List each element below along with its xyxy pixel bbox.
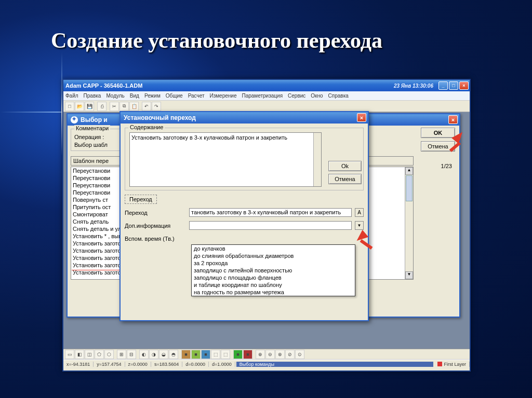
tool-icon[interactable]: ⬚	[221, 350, 230, 359]
dlg2-cancel-button[interactable]: Отмена	[328, 174, 362, 184]
tool-icon[interactable]: ⊞	[117, 350, 126, 359]
menu-item[interactable]: Окно	[311, 93, 323, 99]
tool-icon[interactable]: ■	[233, 350, 243, 359]
layer-color-icon	[437, 362, 442, 366]
menu-item[interactable]: Измерение	[209, 93, 236, 99]
dlg1-title-text: Выбор и	[81, 116, 108, 123]
tool-icon[interactable]: ⬠	[95, 350, 104, 359]
status-x: x=-94.3181	[63, 362, 94, 367]
app-close-button[interactable]: ×	[459, 81, 469, 90]
dropdown-option[interactable]: на годность по размерам чертежа	[192, 289, 355, 296]
dlg2-title-text: Установочный переход	[124, 114, 196, 121]
dlg2-close-button[interactable]: ×	[357, 113, 366, 122]
tool-icon[interactable]: ◧	[75, 350, 84, 359]
dropdown-button[interactable]: ▼	[355, 221, 364, 230]
aux-time-label: Вспом. время (Тв.)	[125, 236, 186, 242]
ok-button[interactable]: OK	[421, 128, 455, 138]
menu-item[interactable]: Режим	[144, 93, 161, 99]
template-select-label: Выбор шабл	[74, 142, 116, 148]
menu-item[interactable]: Модуль	[106, 93, 124, 99]
transition-dialog: Установочный переход × Установить загото…	[119, 111, 369, 321]
tool-print-icon[interactable]: ⎙	[97, 102, 107, 111]
dropdown-option[interactable]: до кулачков	[192, 245, 355, 252]
tool-icon[interactable]: ■	[191, 350, 201, 359]
dropdown-option[interactable]: заподлицо с площадью фланцев	[192, 274, 355, 281]
dlg1-close-button[interactable]: ×	[448, 115, 458, 124]
app-window: Adam CAPP - 365460-1.ADM 23 Янв 13:30:06…	[62, 79, 471, 372]
app-time: 23 Янв 13:30:06	[394, 83, 433, 89]
tool-icon[interactable]: ⊕	[256, 350, 265, 359]
tool-icon[interactable]: ◓	[169, 350, 178, 359]
status-s: s=183.5604	[151, 362, 182, 367]
tool-icon[interactable]: ⬚	[211, 350, 220, 359]
textarea-scrollbar[interactable]	[313, 133, 321, 186]
dropdown-option[interactable]: до слияния обработанных диаметров	[192, 252, 355, 259]
menu-item[interactable]: Файл	[65, 93, 78, 99]
menu-bar: Файл Правка Модуль Вид Режим Общие Расче…	[63, 91, 470, 101]
tool-icon[interactable]: ⊗	[275, 350, 285, 359]
tab-transition[interactable]: Переход	[125, 195, 157, 204]
tool-icon[interactable]: ◑	[149, 350, 158, 359]
tool-icon[interactable]: ⊟	[127, 350, 136, 359]
dlg2-ok-button[interactable]: Ok	[328, 161, 362, 171]
tool-icon[interactable]: ⊘	[285, 350, 295, 359]
scrollbar[interactable]: ▲ ▼	[405, 167, 413, 279]
transition-label: Переход	[125, 210, 186, 216]
dropdown-option[interactable]: заподлицо с литейной поверхностью	[192, 267, 355, 274]
additional-info-input[interactable]	[189, 221, 352, 230]
additional-info-dropdown[interactable]: до кулачковдо слияния обработанных диаме…	[191, 244, 355, 296]
minimize-button[interactable]: _	[438, 81, 448, 90]
tool-icon[interactable]: ⊖	[265, 350, 275, 359]
tool-redo-icon[interactable]: ↷	[152, 102, 161, 111]
menu-item[interactable]: Параметризация	[242, 93, 283, 99]
tool-paste-icon[interactable]: 📋	[129, 102, 139, 111]
tool-copy-icon[interactable]: ⧉	[119, 102, 129, 111]
tool-cut-icon[interactable]: ✂	[110, 102, 119, 111]
app-titlebar: Adam CAPP - 365460-1.ADM 23 Янв 13:30:06…	[63, 80, 470, 91]
tool-icon[interactable]: ⊙	[295, 350, 304, 359]
menu-item[interactable]: Правка	[84, 93, 101, 99]
tool-save-icon[interactable]: 💾	[85, 102, 94, 111]
menu-item[interactable]: Общие	[166, 93, 183, 99]
operation-label: Операция :	[74, 134, 116, 140]
status-y: y=157.4754	[94, 362, 125, 367]
slide-title: Создание установочного перехода	[51, 28, 382, 53]
tool-icon[interactable]: ■	[243, 350, 252, 359]
scroll-up-icon[interactable]: ▲	[405, 167, 413, 175]
tool-open-icon[interactable]: 📂	[75, 102, 84, 111]
transition-input[interactable]: тановить заготовку в 3-х кулачковый патр…	[189, 208, 352, 217]
a-button[interactable]: A	[355, 208, 364, 217]
content-textarea[interactable]: Установить заготовку в 3-х кулачковый па…	[129, 132, 322, 187]
tool-icon[interactable]: ■	[181, 350, 191, 359]
bottom-toolbars: ▭ ◧ ◫ ⬠ ⬡ ⊞ ⊟ ◐ ◑ ◒ ◓ ■ ■ ■ ⬚ ⬚ ■ ■ ⊕ ⊖ …	[63, 349, 470, 370]
app-title: Adam CAPP - 365460-1.ADM	[65, 83, 142, 89]
menu-item[interactable]: Справка	[328, 93, 349, 99]
tool-icon[interactable]: ◫	[85, 350, 94, 359]
tool-icon[interactable]: ◒	[159, 350, 168, 359]
tool-new-icon[interactable]: □	[65, 102, 74, 111]
tool-icon[interactable]: ▭	[65, 350, 74, 359]
maximize-button[interactable]: □	[449, 81, 458, 90]
status-z: z=0.0000	[125, 362, 151, 367]
menu-item[interactable]: Вид	[130, 93, 139, 99]
menu-item[interactable]: Расчет	[188, 93, 205, 99]
dlg2-titlebar: Установочный переход ×	[121, 112, 368, 123]
main-toolbar: □ 📂 💾 ⎙ ✂ ⧉ 📋 ↶ ↷	[63, 101, 470, 112]
dropdown-option[interactable]: за 2 прохода	[192, 259, 355, 267]
tool-icon[interactable]: ⬡	[104, 350, 114, 359]
scroll-thumb[interactable]	[406, 175, 413, 201]
tool-icon[interactable]: ■	[201, 350, 210, 359]
status-d2: d=1.0000	[209, 362, 235, 367]
dropdown-option[interactable]: и таблице координат по шаблону	[192, 281, 355, 289]
menu-item[interactable]: Сервис	[288, 93, 305, 99]
scroll-down-icon[interactable]: ▼	[405, 271, 413, 279]
status-layer: First Layer	[444, 362, 466, 367]
tool-undo-icon[interactable]: ↶	[142, 102, 151, 111]
page-counter: 1/23	[421, 163, 455, 169]
tool-icon[interactable]: ◐	[139, 350, 149, 359]
additional-info-label: Доп.информация	[125, 223, 186, 229]
status-d1: d=0.0000	[182, 362, 209, 367]
content-fieldset: Установить заготовку в 3-х кулачковый па…	[125, 128, 364, 190]
status-bar: x=-94.3181 y=157.4754 z=0.0000 s=183.560…	[63, 360, 470, 368]
workspace: Выбор и × OK Отмена 1/23 Операция : Выбо…	[63, 112, 470, 349]
